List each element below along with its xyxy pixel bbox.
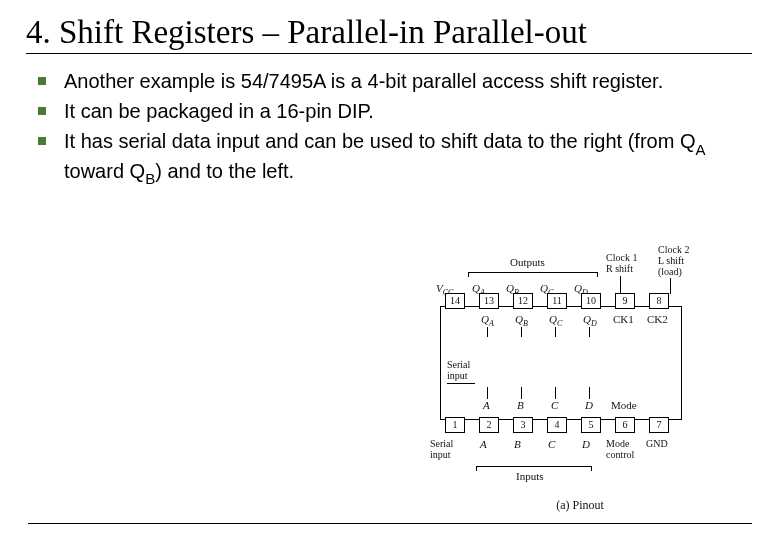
clock2-line (670, 278, 671, 294)
chip-body: 14 13 12 11 10 9 8 QA QB QC QD CK1 CK2 S… (440, 306, 682, 420)
bullet-icon (38, 137, 46, 145)
bullet-icon (38, 107, 46, 115)
clock2-label: Clock 2L shift(load) (658, 244, 689, 277)
inner-c: C (551, 399, 558, 411)
inner-qa: QA (481, 313, 494, 328)
pin-label-gnd: GND (646, 438, 668, 449)
pin-11: 11 (547, 293, 567, 309)
clock1-label: Clock 1R shift (606, 252, 637, 274)
inner-qb: QB (515, 313, 528, 328)
bullet-icon (38, 77, 46, 85)
pin-7: 7 (649, 417, 669, 433)
bullet-text: Another example is 54/7495A is a 4-bit p… (64, 68, 752, 94)
serial-input-line (447, 383, 475, 384)
bottom-rule (28, 523, 752, 525)
bullet-text: It has serial data input and can be used… (64, 128, 752, 187)
pin-2: 2 (479, 417, 499, 433)
pin-9: 9 (615, 293, 635, 309)
pin-label-c: C (548, 438, 555, 450)
inputs-brace (476, 466, 592, 467)
outputs-brace (468, 272, 598, 273)
list-item: It can be packaged in a 16-pin DIP. (38, 98, 752, 124)
pin-4: 4 (547, 417, 567, 433)
pin-8: 8 (649, 293, 669, 309)
list-item: It has serial data input and can be used… (38, 128, 752, 187)
inner-b: B (517, 399, 524, 411)
pin-label-a: A (480, 438, 487, 450)
outputs-label: Outputs (510, 256, 545, 268)
clock1-line (620, 276, 621, 294)
inner-ck2: CK2 (647, 313, 668, 325)
inner-mode: Mode (611, 399, 637, 411)
inner-qd: QD (583, 313, 597, 328)
slide-title: 4. Shift Registers – Parallel-in Paralle… (26, 14, 752, 54)
pin-label-b: B (514, 438, 521, 450)
inner-qc: QC (549, 313, 562, 328)
serial-input-inner: Serialinput (447, 359, 470, 381)
list-item: Another example is 54/7495A is a 4-bit p… (38, 68, 752, 94)
pin-12: 12 (513, 293, 533, 309)
inputs-label: Inputs (516, 470, 544, 482)
pin-14: 14 (445, 293, 465, 309)
bullet-list: Another example is 54/7495A is a 4-bit p… (28, 68, 752, 187)
pin-label-serial: Serialinput (430, 438, 453, 460)
pin-10: 10 (581, 293, 601, 309)
pin-label-d: D (582, 438, 590, 450)
pin-1: 1 (445, 417, 465, 433)
pinout-diagram: VCC QA QB QC QD Outputs Clock 1R shift C… (420, 238, 740, 513)
pin-6: 6 (615, 417, 635, 433)
inner-d: D (585, 399, 593, 411)
inner-a: A (483, 399, 490, 411)
pin-5: 5 (581, 417, 601, 433)
diagram-caption: (a) Pinout (420, 498, 740, 513)
inner-ck1: CK1 (613, 313, 634, 325)
bullet-text: It can be packaged in a 16-pin DIP. (64, 98, 752, 124)
pin-13: 13 (479, 293, 499, 309)
pin-3: 3 (513, 417, 533, 433)
pin-label-mode: Modecontrol (606, 438, 634, 460)
